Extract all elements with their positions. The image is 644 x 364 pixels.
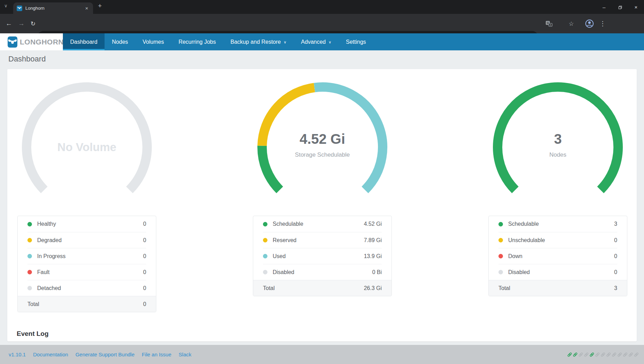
page-title: Dashboard (8, 55, 46, 64)
legend-label: Reserved (273, 237, 364, 243)
legend-label: Degraded (37, 237, 143, 243)
version-label[interactable]: v1.10.1 (9, 351, 26, 357)
nav-item-recurring-jobs[interactable]: Recurring Jobs (171, 33, 223, 50)
legend-label: Disabled (508, 269, 614, 275)
window-restore-button[interactable] (612, 4, 628, 10)
legend-dot (498, 270, 503, 274)
legend-row: Schedulable4.52 Gi (263, 216, 382, 232)
legend-row: Disabled0 Bi (263, 264, 382, 280)
nodes-gauge-chart (488, 78, 627, 217)
link-status-icon (617, 352, 622, 357)
link-status-icon (567, 352, 572, 357)
legend-row: Down0 (498, 248, 617, 264)
volume-gauge-empty-label: No Volume (17, 141, 156, 154)
legend-total-row: Total0 (18, 296, 156, 312)
legend-dot (498, 238, 503, 242)
legend-value: 0 (614, 269, 617, 275)
browser-window: ∨ Longhorn × + – × ← → ↻ ⓘ localhost:808… (0, 0, 644, 364)
svg-text:A: A (550, 24, 551, 26)
legend-total-row: Total3 (489, 280, 627, 296)
nav-item-advanced[interactable]: Advanced∨ (294, 33, 339, 50)
reload-button[interactable]: ↻ (31, 14, 35, 33)
legend-label: Detached (37, 285, 143, 291)
legend-value: 4.52 Gi (364, 221, 382, 227)
legend-row: Degraded0 (27, 232, 146, 248)
legend-dot (498, 254, 503, 258)
legend-row: Used13.9 Gi (263, 248, 382, 264)
link-status-icon (572, 352, 578, 357)
legend-label: Disabled (273, 269, 372, 275)
footer-link-slack[interactable]: Slack (179, 351, 191, 357)
longhorn-favicon-icon (17, 6, 22, 11)
legend-label: In Progress (37, 253, 143, 259)
legend-value: 0 (614, 237, 617, 243)
legend-dot (27, 254, 32, 258)
browser-toolbar: ← → ↻ ⓘ localhost:8080/#/dashboard GA ☆ … (0, 14, 644, 33)
legend-row: Reserved7.89 Gi (263, 232, 382, 248)
browser-tab[interactable]: Longhorn × (13, 2, 93, 14)
legend-row: Detached0 (27, 280, 146, 296)
brand-name: LONGHORN (20, 38, 64, 46)
legend-row: Schedulable3 (498, 216, 617, 232)
forward-button[interactable]: → (18, 14, 25, 33)
link-status-icon (622, 352, 628, 357)
new-tab-button[interactable]: + (98, 2, 102, 10)
link-status-icon (584, 352, 589, 357)
back-button[interactable]: ← (6, 14, 12, 33)
storage-gauge-value: 4.52 Gi (253, 131, 392, 147)
longhorn-logo[interactable]: LONGHORN (0, 33, 63, 50)
legend-value: 0 (143, 285, 146, 291)
legend-dot (263, 254, 267, 258)
nodes-legend-table: Schedulable3 Unschedulable0 Down0 Disabl… (488, 216, 627, 296)
profile-avatar[interactable] (585, 14, 594, 33)
translate-icon[interactable]: GA (545, 14, 553, 33)
legend-row: Healthy0 (27, 216, 146, 232)
chevron-down-icon: ∨ (329, 40, 331, 44)
legend-row: Disabled0 (498, 264, 617, 280)
tab-title: Longhorn (25, 6, 84, 11)
legend-value: 3 (614, 221, 617, 227)
window-minimize-button[interactable]: – (596, 4, 612, 10)
nav-item-backup-and-restore[interactable]: Backup and Restore∨ (223, 33, 294, 50)
browser-tab-strip: ∨ Longhorn × + – × (0, 0, 644, 14)
bookmark-star-icon[interactable]: ☆ (569, 14, 574, 33)
footer-link-support-bundle[interactable]: Generate Support Bundle (75, 351, 134, 357)
storage-gauge-caption: Storage Schedulable (253, 151, 392, 158)
legend-label: Down (508, 253, 614, 259)
window-close-button[interactable]: × (628, 4, 644, 10)
legend-row: Unschedulable0 (498, 232, 617, 248)
legend-dot (27, 222, 32, 226)
legend-value: 0 Bi (372, 269, 382, 275)
event-log-heading: Event Log (17, 330, 49, 338)
link-status-icon (606, 352, 611, 357)
legend-label: Unschedulable (508, 237, 614, 243)
footer-link-file-an-issue[interactable]: File an Issue (142, 351, 171, 357)
nodes-gauge-value: 3 (488, 131, 627, 147)
tab-close-icon[interactable]: × (84, 5, 90, 11)
legend-value: 0 (143, 221, 146, 227)
legend-label: Healthy (37, 221, 143, 227)
nav-item-settings[interactable]: Settings (339, 33, 373, 50)
legend-row: In Progress0 (27, 248, 146, 264)
link-status-icon (611, 352, 617, 357)
longhorn-nav-bar: LONGHORN Dashboard Nodes Volumes Recurri… (0, 33, 644, 50)
legend-dot (263, 222, 267, 226)
legend-dot (27, 286, 32, 290)
nav-item-dashboard[interactable]: Dashboard (63, 33, 105, 50)
browser-menu-icon[interactable]: ⋮ (600, 14, 606, 33)
nav-item-nodes[interactable]: Nodes (105, 33, 135, 50)
legend-value: 7.89 Gi (364, 237, 382, 243)
legend-value: 0 (143, 269, 146, 275)
volume-legend-table: Healthy0 Degraded0 In Progress0 Fault0 D… (17, 216, 156, 312)
storage-gauge-chart (253, 78, 392, 217)
nodes-gauge-caption: Nodes (488, 151, 627, 158)
nav-item-volumes[interactable]: Volumes (135, 33, 171, 50)
legend-dot (27, 238, 32, 242)
legend-row: Fault0 (27, 264, 146, 280)
storage-legend-table: Schedulable4.52 Gi Reserved7.89 Gi Used1… (253, 216, 392, 296)
longhorn-bull-icon (8, 36, 17, 48)
legend-value: 13.9 Gi (364, 253, 382, 259)
link-status-icon (589, 352, 595, 357)
footer-link-documentation[interactable]: Documentation (33, 351, 68, 357)
tab-search-chevron-icon[interactable]: ∨ (4, 3, 8, 8)
